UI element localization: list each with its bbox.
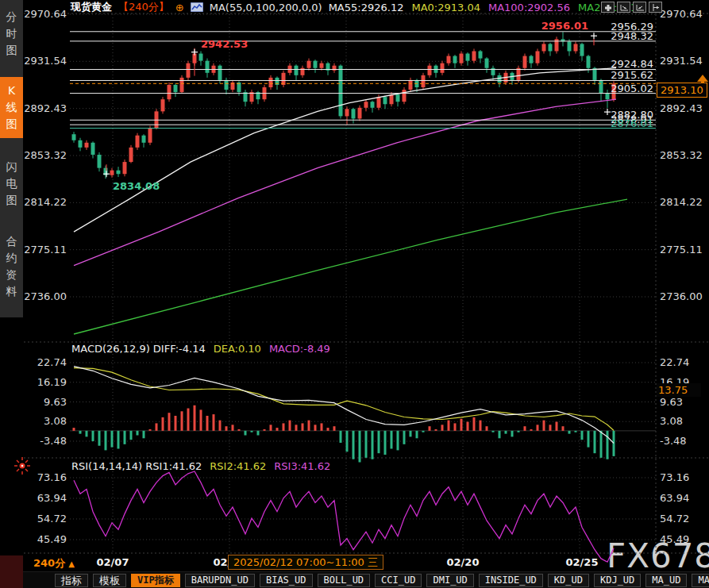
- macd-bar: [594, 431, 596, 453]
- toolbar-item-0[interactable]: 指标: [55, 574, 88, 587]
- macd-bar: [448, 421, 450, 431]
- toolbar-item-3[interactable]: BARUPDN_UD: [185, 574, 255, 587]
- macd-bar: [346, 431, 349, 452]
- macd-bar: [372, 431, 374, 459]
- macd-bar: [429, 426, 431, 431]
- candle: [466, 54, 470, 61]
- macd-bar: [98, 431, 101, 446]
- price-axis-right: 2892.43: [660, 102, 703, 114]
- macd-bar: [454, 423, 457, 430]
- ma-value-2: MA100:2902.56: [488, 2, 570, 13]
- ma-value-0: MA55:2926.12: [329, 2, 404, 13]
- date-label: 02/25: [566, 556, 599, 568]
- candle: [199, 54, 203, 61]
- candle: [428, 66, 432, 75]
- macd-bar: [238, 429, 241, 431]
- macd-bar: [511, 431, 514, 437]
- candle: [530, 56, 534, 63]
- date-label: 02/07: [97, 556, 129, 568]
- bottom-period-selector[interactable]: 240分 ▲: [33, 556, 75, 571]
- macd-bar: [105, 431, 107, 451]
- macd-bar: [518, 431, 520, 432]
- macd-bar: [588, 431, 590, 448]
- bottom-period-label: 240分: [33, 556, 65, 571]
- candle: [536, 51, 540, 63]
- date-label: 02/20: [447, 556, 480, 568]
- candle: [485, 59, 489, 68]
- candle: [549, 44, 553, 51]
- macd-header-part-1: DEA:0.10: [214, 343, 261, 355]
- chart-canvas[interactable]: 2970.642970.642931.542931.542892.432892.…: [0, 0, 709, 588]
- sidebar: 分时图K线图闪电图合约资料: [0, 0, 23, 588]
- macd-bar: [187, 409, 190, 431]
- macd-axis-left: 16.19: [37, 376, 67, 388]
- macd-bar: [270, 425, 272, 431]
- macd-axis-right: 22.74: [660, 356, 689, 368]
- macd-bar: [530, 429, 533, 431]
- candle: [352, 109, 356, 118]
- toolbar-item-2[interactable]: VIP指标: [131, 574, 180, 587]
- add-overlay-icon[interactable]: ⊕: [175, 2, 184, 13]
- macd-bar: [289, 421, 291, 431]
- candle: [371, 102, 375, 108]
- candle: [345, 109, 349, 116]
- ma200-line: [74, 199, 627, 334]
- macd-bar: [206, 416, 209, 431]
- toolbar-item-8[interactable]: INSIDE_UD: [479, 574, 543, 587]
- level-label: 2876.01: [611, 117, 653, 129]
- rsi-axis-right: 45.49: [660, 533, 689, 545]
- macd-bar: [435, 429, 437, 431]
- macd-bar: [162, 417, 164, 431]
- sidebar-tab-2[interactable]: K线图: [0, 77, 23, 138]
- macd-axis-left: 9.63: [44, 396, 67, 408]
- price-axis-left: 2931.54: [24, 55, 67, 67]
- toolbar-item-11[interactable]: MA_UD: [645, 574, 687, 587]
- candle: [364, 102, 368, 108]
- price-annotation: 2942.53: [201, 38, 248, 50]
- sidebar-tab-1[interactable]: 分时图: [0, 3, 23, 64]
- candle: [123, 162, 127, 174]
- toolbar-item-6[interactable]: CCI_UD: [375, 574, 422, 587]
- time-range-tooltip: 2025/02/12 07:00~11:00 三: [228, 555, 383, 570]
- rsi-axis-right: 54.72: [660, 513, 689, 525]
- macd-bar: [492, 431, 495, 432]
- macd-bar: [562, 426, 565, 431]
- ma-values: MA55:2926.12MA0:2913.04MA100:2902.56MA20…: [329, 2, 638, 13]
- macd-bar: [194, 405, 196, 431]
- candle: [174, 85, 178, 92]
- pan-right-icon[interactable]: [649, 2, 662, 13]
- macd-bar: [480, 421, 482, 431]
- macd-bar: [130, 431, 133, 440]
- macd-bar: [340, 431, 342, 443]
- toolbar-item-5[interactable]: BOLL_UD: [318, 574, 371, 587]
- price-axis-left: 2814.22: [24, 196, 67, 208]
- macd-bar: [276, 428, 279, 431]
- price-axis-left: 2970.64: [24, 8, 67, 20]
- macd-bar: [137, 431, 139, 436]
- move-tool-icon[interactable]: [601, 2, 615, 13]
- candle: [574, 44, 578, 51]
- toolbar-item-9[interactable]: KD_UD: [548, 574, 589, 587]
- chart-type-icon[interactable]: [191, 2, 203, 12]
- level-label: 2905.02: [611, 83, 653, 94]
- candle: [358, 108, 362, 119]
- price-axis-right: 2814.22: [660, 196, 703, 208]
- price-axis-left: 2775.11: [24, 244, 67, 256]
- sidebar-tab-3[interactable]: 闪电图: [0, 153, 23, 214]
- macd-bar: [581, 431, 584, 440]
- macd-bar: [537, 425, 539, 431]
- macd-bar: [333, 426, 336, 431]
- toolbar-item-4[interactable]: BIAS_UD: [260, 574, 313, 587]
- toolbar-item-7[interactable]: DMI_UD: [426, 574, 473, 587]
- sidebar-tab-4[interactable]: 合约资料: [0, 228, 23, 306]
- level-label: 2948.32: [611, 30, 653, 42]
- candle: [377, 97, 381, 108]
- macd-bar: [232, 425, 234, 431]
- toolbar-item-10[interactable]: KDJ_UD: [594, 574, 641, 587]
- zoom-range-icon[interactable]: [633, 2, 646, 13]
- toolbar-item-12[interactable]: MACD_UD: [692, 574, 709, 587]
- rsi-header-part-1: RSI2:41.62: [210, 460, 266, 472]
- price-axis-right: 2736.00: [660, 290, 703, 302]
- toolbar-item-1[interactable]: 模板: [93, 574, 126, 587]
- zoom-extents-icon[interactable]: [617, 2, 630, 13]
